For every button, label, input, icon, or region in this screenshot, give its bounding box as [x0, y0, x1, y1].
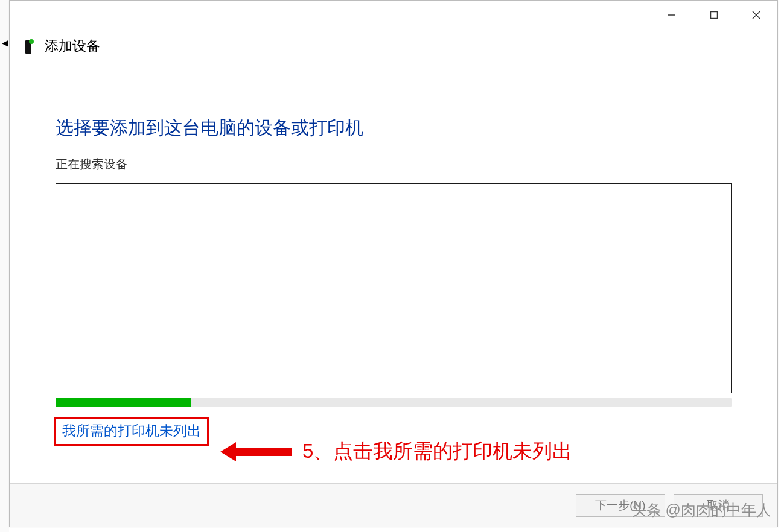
device-list[interactable]: [56, 183, 732, 393]
content-area: 选择要添加到这台电脑的设备或打印机 正在搜索设备 我所需的打印机未列出: [10, 55, 777, 446]
annotation-arrow-row: 5、点击我所需的打印机未列出: [220, 438, 572, 465]
next-button[interactable]: 下一步(N): [576, 494, 665, 517]
progress-bar: [56, 398, 732, 407]
progress-fill: [56, 398, 191, 407]
status-text: 正在搜索设备: [56, 156, 732, 173]
close-button[interactable]: [735, 2, 777, 28]
header-row: 添加设备: [10, 31, 777, 55]
titlebar: [10, 1, 777, 31]
annotation-highlight-box: 我所需的打印机未列出: [54, 417, 209, 446]
footer-bar: 下一步(N) 取消: [10, 483, 777, 527]
page-heading: 选择要添加到这台电脑的设备或打印机: [56, 116, 732, 141]
device-icon: [22, 38, 36, 55]
window-title: 添加设备: [45, 37, 100, 55]
maximize-button[interactable]: [693, 2, 735, 28]
background-sliver: ◂: [0, 0, 9, 532]
svg-rect-1: [711, 12, 718, 19]
cancel-button[interactable]: 取消: [674, 494, 763, 517]
minimize-button[interactable]: [651, 2, 693, 28]
back-arrow-icon: ◂: [2, 35, 8, 51]
maximize-icon: [710, 11, 718, 19]
close-icon: [751, 10, 761, 20]
printer-not-listed-link[interactable]: 我所需的打印机未列出: [62, 423, 201, 439]
svg-marker-6: [220, 442, 292, 461]
minimize-icon: [667, 10, 677, 20]
svg-point-5: [29, 39, 34, 44]
arrow-icon: [220, 440, 292, 464]
annotation-text: 5、点击我所需的打印机未列出: [302, 438, 572, 465]
